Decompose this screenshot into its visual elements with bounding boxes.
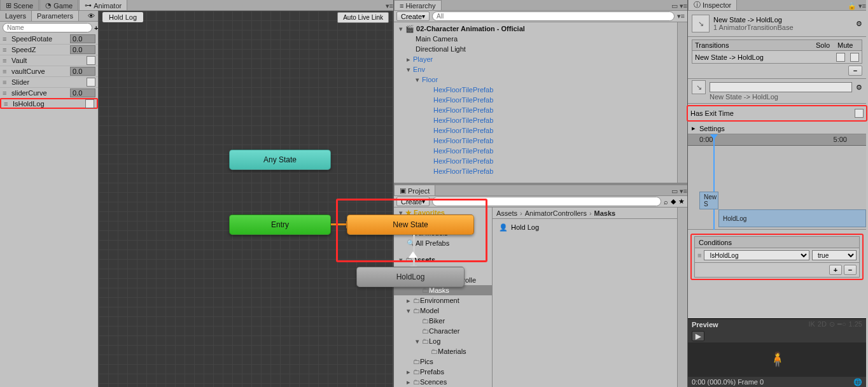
- hierarchy-item[interactable]: Directional Light: [394, 44, 677, 54]
- project-content[interactable]: 👤 Hold Log: [493, 219, 677, 387]
- tab-scene[interactable]: ⊞Scene: [0, 0, 39, 10]
- grip-icon[interactable]: ≡: [3, 57, 10, 64]
- project-folder[interactable]: 🗀 Pics: [394, 356, 492, 367]
- add-condition-button[interactable]: +: [829, 265, 842, 275]
- param-checkbox[interactable]: [87, 56, 95, 65]
- project-folder[interactable]: 🗀 Materials: [394, 346, 492, 356]
- project-folder[interactable]: 🗀 Biker: [394, 316, 492, 326]
- tab-project[interactable]: ▣Project: [394, 185, 435, 195]
- hierarchy-create-button[interactable]: Create ▾: [396, 11, 430, 21]
- param-row-vault[interactable]: ≡ Vault: [0, 55, 98, 66]
- eye-icon[interactable]: 👁: [85, 11, 98, 21]
- hierarchy-scrollbar[interactable]: [677, 22, 687, 183]
- play-button[interactable]: ▶: [692, 331, 704, 341]
- pivot-icon[interactable]: ⊙: [829, 320, 835, 328]
- grip-icon[interactable]: ≡: [3, 67, 10, 75]
- settings-label[interactable]: Settings: [699, 125, 725, 132]
- hierarchy-search-input[interactable]: [432, 11, 675, 21]
- transition-newstate-holdlog[interactable]: [413, 235, 415, 267]
- speed-slider[interactable]: ━○: [837, 320, 846, 328]
- subtab-parameters[interactable]: Parameters: [32, 11, 79, 21]
- tab-hierarchy[interactable]: ≡Hierarchy: [394, 0, 442, 10]
- param-row-vaultcurve[interactable]: ≡ vaultCurve 0.0: [0, 66, 98, 77]
- hierarchy-prefab[interactable]: HexFloorTilePrefab: [394, 105, 677, 115]
- hierarchy-prefab[interactable]: HexFloorTilePrefab: [394, 136, 677, 146]
- add-param-button[interactable]: +: [94, 24, 98, 32]
- hierarchy-prefab[interactable]: HexFloorTilePrefab: [394, 166, 677, 176]
- project-item-holdlog[interactable]: 👤 Hold Log: [495, 222, 675, 233]
- transition-timeline[interactable]: 0:00 5:00 New S HoldLog: [688, 134, 866, 230]
- tab-animator[interactable]: ⊶Animator: [79, 0, 127, 10]
- tab-game[interactable]: ◔Game: [39, 0, 78, 10]
- param-checkbox[interactable]: [87, 78, 95, 87]
- grip-icon[interactable]: ≡: [3, 78, 10, 86]
- remove-transition-button[interactable]: −: [848, 66, 862, 76]
- maximize-icon[interactable]: ▭: [671, 187, 678, 195]
- mute-checkbox[interactable]: [850, 53, 859, 62]
- grip-icon[interactable]: ≡: [3, 89, 10, 97]
- node-holdlog[interactable]: HoldLog: [356, 267, 465, 287]
- grip-icon[interactable]: ≡: [4, 100, 11, 108]
- transition-name-input[interactable]: [710, 82, 852, 92]
- timeline-clip-holdlog[interactable]: HoldLog: [718, 209, 866, 227]
- param-value-input[interactable]: 0.0: [70, 45, 95, 54]
- param-row-slidercurve[interactable]: ≡ sliderCurve 0.0: [0, 88, 98, 99]
- condition-value-select[interactable]: true: [812, 250, 857, 260]
- timeline-playhead[interactable]: [713, 134, 715, 230]
- scene-root[interactable]: ▾🎬 02-Character Animation - Official: [394, 24, 677, 34]
- 2d-icon[interactable]: 2D: [818, 320, 827, 328]
- hierarchy-prefab[interactable]: HexFloorTilePrefab: [394, 125, 677, 136]
- solo-checkbox[interactable]: [836, 53, 845, 62]
- pane-menu-icon[interactable]: ▾≡: [680, 2, 687, 10]
- preview-viewport[interactable]: 🧍: [688, 342, 866, 377]
- grip-icon[interactable]: ≡: [3, 46, 10, 53]
- project-folder[interactable]: ▸🗀 Scences: [394, 377, 492, 387]
- project-breadcrumb[interactable]: Assets› AnimatorControllers› Masks: [493, 208, 677, 219]
- param-value-input[interactable]: 0.0: [70, 88, 95, 97]
- hierarchy-env[interactable]: ▾Env: [394, 64, 677, 74]
- filter-label-icon[interactable]: ★: [678, 197, 685, 206]
- param-checkbox[interactable]: [85, 99, 94, 108]
- remove-condition-button[interactable]: −: [844, 265, 857, 275]
- node-entry[interactable]: Entry: [229, 215, 331, 235]
- condition-param-select[interactable]: IsHoldLog: [704, 250, 809, 260]
- subtab-layers[interactable]: Layers: [0, 11, 32, 21]
- grip-icon[interactable]: ≡: [3, 35, 10, 43]
- hierarchy-tree[interactable]: ▾🎬 02-Character Animation - OfficialMain…: [394, 22, 677, 183]
- param-value-input[interactable]: 0.0: [70, 34, 95, 43]
- param-row-speedz[interactable]: ≡ SpeedZ 0.0: [0, 45, 98, 55]
- foldout-icon[interactable]: ▸: [692, 124, 696, 132]
- dropdown-icon[interactable]: ▾≡: [677, 12, 685, 20]
- hierarchy-prefab[interactable]: HexFloorTilePrefab: [394, 146, 677, 156]
- hierarchy-prefab[interactable]: HexFloorTilePrefab: [394, 115, 677, 125]
- auto-live-link-button[interactable]: Auto Live Link: [337, 12, 389, 23]
- gear-icon[interactable]: ⚙: [856, 20, 862, 28]
- transition-row[interactable]: New State -> HoldLog: [692, 51, 862, 64]
- ik-icon[interactable]: IK: [808, 320, 815, 328]
- project-scrollbar[interactable]: [677, 208, 687, 387]
- param-value-input[interactable]: 0.0: [70, 67, 95, 76]
- hierarchy-prefab[interactable]: HexFloorTilePrefab: [394, 85, 677, 95]
- pane-menu-icon[interactable]: ▾≡: [386, 2, 393, 10]
- node-any-state[interactable]: Any State: [229, 150, 331, 170]
- node-new-state[interactable]: New State: [347, 215, 474, 235]
- pane-menu-icon[interactable]: ▾≡: [680, 187, 687, 195]
- tab-inspector[interactable]: ⓘInspector: [688, 0, 737, 10]
- has-exit-time-checkbox[interactable]: [855, 109, 864, 118]
- project-folder[interactable]: ▸🗀 Prefabs: [394, 367, 492, 377]
- globe-icon[interactable]: 🌐: [853, 378, 862, 386]
- gear-icon[interactable]: ⚙: [856, 83, 862, 92]
- lock-icon[interactable]: 🔒: [848, 2, 857, 10]
- param-search-input[interactable]: [3, 23, 92, 32]
- pane-menu-icon[interactable]: ▾≡: [858, 2, 866, 10]
- hierarchy-prefab[interactable]: HexFloorTilePrefab: [394, 156, 677, 166]
- timeline-clip-newstate[interactable]: New S: [699, 192, 718, 209]
- grip-icon[interactable]: ≡: [697, 251, 701, 259]
- maximize-icon[interactable]: ▭: [671, 2, 678, 10]
- filter-icon[interactable]: ⌕: [664, 198, 668, 206]
- param-row-slider[interactable]: ≡ Slider: [0, 77, 98, 88]
- animator-graph[interactable]: Hold Log Auto Live Link Any State Entry …: [99, 11, 393, 387]
- hierarchy-player[interactable]: ▸Player: [394, 54, 677, 64]
- project-folder[interactable]: 🗀 Character: [394, 326, 492, 336]
- hierarchy-prefab[interactable]: HexFloorTilePrefab: [394, 95, 677, 105]
